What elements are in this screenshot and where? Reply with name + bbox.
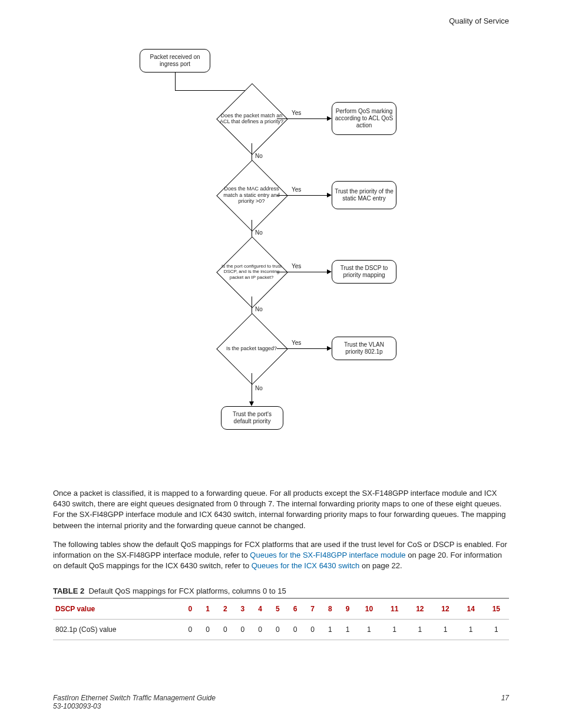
table-caption: TABLE 2 Default QoS mappings for FCX pla… (53, 587, 509, 595)
cell: 1 (407, 620, 432, 640)
cell: 1 (322, 620, 339, 640)
page-number: 17 (501, 694, 509, 710)
table-title: Default QoS mappings for FCX platforms, … (88, 587, 286, 595)
cell: 0 (304, 620, 322, 640)
fc-label-no: No (255, 153, 263, 159)
fc-label-yes: Yes (292, 340, 301, 346)
cell: 1 (484, 620, 509, 640)
fc-line (252, 373, 252, 403)
arrow-right-icon (327, 269, 332, 274)
cell: 0 (181, 598, 199, 620)
fc-end: Trust the port's default priority (221, 406, 283, 430)
fc-action: Perform QoS marking according to ACL QoS… (332, 102, 396, 135)
cell: 0 (216, 620, 234, 640)
arrow-right-icon (327, 116, 332, 121)
arrow-down-icon (249, 401, 254, 406)
cell: 0 (181, 620, 199, 640)
cell: 0 (234, 620, 252, 640)
fc-action: Trust the DSCP to priority mapping (332, 260, 396, 284)
cell: 8 (322, 598, 339, 620)
cell: 2 (216, 598, 234, 620)
arrow-right-icon (327, 193, 332, 197)
cell: 0 (252, 620, 269, 640)
cell: 7 (304, 598, 322, 620)
cell: 9 (339, 598, 356, 620)
fc-label-no: No (255, 385, 263, 391)
cell: 1 (432, 620, 458, 640)
fc-decision-text: Is the packet tagged? (216, 324, 287, 373)
cell: 12 (407, 598, 432, 620)
table-label: TABLE 2 (53, 587, 84, 595)
cell: 3 (234, 598, 252, 620)
arrow-right-icon (327, 346, 332, 351)
cell: 1 (458, 620, 484, 640)
footer-docnum: 53-1003093-03 (53, 702, 216, 710)
cell: 10 (356, 598, 382, 620)
text: on page 22. (359, 561, 402, 570)
cell: 0 (199, 620, 217, 640)
fc-decision-text: Does the MAC address match a static entr… (216, 170, 287, 220)
row-label: 802.1p (CoS) value (53, 620, 181, 640)
cell: 14 (458, 598, 484, 620)
fc-action: Trust the VLAN priority 802.1p (332, 337, 396, 360)
cell: 0 (286, 620, 304, 640)
cell: 1 (382, 620, 407, 640)
cell: 1 (199, 598, 217, 620)
fc-label-yes: Yes (292, 110, 301, 116)
fc-label-no: No (255, 229, 263, 236)
table-row: 802.1p (CoS) value 0 0 0 0 0 0 0 0 1 1 1… (53, 620, 509, 640)
fc-action: Trust the priority of the static MAC ent… (332, 181, 396, 209)
fc-label-yes: Yes (292, 263, 301, 269)
qos-table: DSCP value 0 1 2 3 4 5 6 7 8 9 10 11 12 … (53, 598, 509, 640)
fc-label-no: No (255, 306, 263, 312)
cell: 1 (339, 620, 356, 640)
fc-line (175, 90, 252, 91)
footer-title: FastIron Ethernet Switch Traffic Managem… (53, 694, 216, 702)
link-queues-icx[interactable]: Queues for the ICX 6430 switch (252, 561, 360, 570)
paragraph: The following tables show the default Qo… (53, 539, 509, 572)
cell: 12 (432, 598, 458, 620)
flowchart: Packet received on ingress port Does the… (140, 49, 422, 476)
cell: 0 (269, 620, 286, 640)
page-footer: FastIron Ethernet Switch Traffic Managem… (53, 694, 509, 710)
page-header: Quality of Service (53, 17, 509, 25)
table-row: DSCP value 0 1 2 3 4 5 6 7 8 9 10 11 12 … (53, 598, 509, 620)
fc-decision-text: Does the packet match an ACL that define… (216, 94, 287, 143)
cell: 4 (252, 598, 269, 620)
fc-line (175, 73, 176, 90)
cell: 1 (356, 620, 382, 640)
fc-start: Packet received on ingress port (140, 49, 210, 73)
row-label: DSCP value (53, 598, 181, 620)
paragraph: Once a packet is classified, it is mappe… (53, 488, 509, 531)
link-queues-sx[interactable]: Queues for the SX-FI48GPP interface modu… (250, 551, 405, 559)
cell: 6 (286, 598, 304, 620)
fc-label-yes: Yes (292, 186, 301, 193)
cell: 15 (484, 598, 509, 620)
cell: 5 (269, 598, 286, 620)
cell: 11 (382, 598, 407, 620)
fc-decision-text: Is the port configured to trust DSCP, an… (216, 247, 287, 297)
